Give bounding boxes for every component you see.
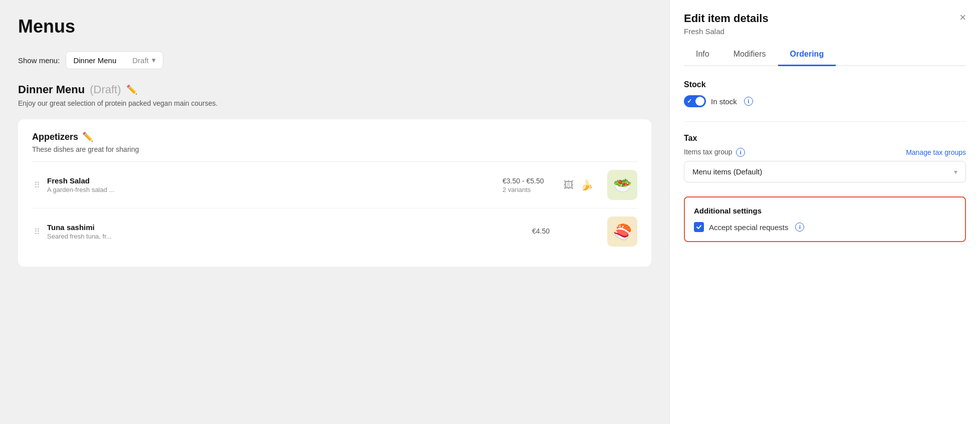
section-card: Appetizers ✏️ These dishes are great for…: [18, 119, 651, 267]
dinner-menu-title-row: Dinner Menu (Draft) ✏️: [18, 83, 651, 96]
toggle-row: ✓ In stock i: [684, 95, 966, 107]
in-stock-toggle[interactable]: ✓: [684, 95, 706, 107]
panel-divider: [684, 121, 966, 122]
selected-menu-name: Dinner Menu: [73, 56, 116, 65]
drag-handle-icon[interactable]: ⠿: [32, 180, 41, 190]
dinner-menu-title: Dinner Menu: [18, 83, 85, 96]
panel-header-top: Edit item details ×: [684, 12, 966, 25]
item-description: Seared fresh tuna, fr...: [47, 233, 526, 240]
item-info: Fresh Salad A garden-fresh salad ...: [47, 176, 497, 193]
chevron-down-icon: ▾: [954, 168, 957, 176]
show-menu-row: Show menu: Dinner Menu Draft ▾: [18, 51, 651, 69]
menu-item-row: ⠿ Tuna sashimi Seared fresh tuna, fr... …: [32, 208, 637, 255]
tab-modifiers[interactable]: Modifiers: [721, 44, 778, 66]
in-stock-label: In stock: [711, 97, 737, 106]
accept-special-requests-label: Accept special requests: [709, 223, 788, 232]
additional-settings-title: Additional settings: [694, 206, 956, 215]
right-panel: Edit item details × Fresh Salad Info Mod…: [669, 0, 980, 424]
dinner-menu-draft: (Draft): [90, 83, 121, 96]
chevron-down-icon: ▾: [152, 56, 156, 65]
show-menu-label: Show menu:: [18, 56, 60, 65]
in-stock-info-icon[interactable]: i: [744, 97, 753, 106]
special-requests-info-icon[interactable]: i: [795, 223, 804, 232]
item-price: €4.50: [532, 227, 587, 235]
tax-select[interactable]: Menu items (Default) ▾: [684, 161, 966, 182]
item-info: Tuna sashimi Seared fresh tuna, fr...: [47, 223, 526, 240]
tab-info[interactable]: Info: [684, 44, 721, 66]
checkmark-icon: [696, 224, 702, 230]
item-price: €3.50 - €5.50: [503, 177, 558, 185]
dinner-menu-header: Dinner Menu (Draft) ✏️ Enjoy our great s…: [18, 83, 651, 107]
item-image: 🍣: [607, 217, 637, 247]
stock-section-label: Stock: [684, 80, 966, 89]
draft-badge: Draft ▾: [132, 56, 156, 65]
no-image-icon[interactable]: 🖼: [564, 179, 574, 191]
close-button[interactable]: ×: [959, 11, 966, 24]
section-header-row: Appetizers ✏️: [32, 131, 637, 142]
dinner-menu-description: Enjoy our great selection of protein pac…: [18, 99, 651, 107]
panel-body: Stock ✓ In stock i Tax Items tax group i…: [670, 66, 980, 424]
item-price-block: €4.50: [532, 227, 587, 236]
item-name: Fresh Salad: [47, 176, 497, 185]
panel-title: Edit item details: [684, 12, 769, 25]
tax-section-label: Tax: [684, 134, 697, 143]
section-description: These dishes are great for sharing: [32, 145, 637, 153]
accept-special-requests-checkbox[interactable]: [694, 222, 704, 232]
item-variants: 2 variants: [503, 186, 558, 193]
item-name: Tuna sashimi: [47, 223, 526, 232]
additional-settings-box: Additional settings Accept special reque…: [684, 196, 966, 242]
panel-subtitle: Fresh Salad: [684, 27, 966, 36]
item-price-block: €3.50 - €5.50 2 variants: [503, 177, 558, 193]
menu-item-row: ⠿ Fresh Salad A garden-fresh salad ... €…: [32, 162, 637, 208]
item-image: 🥗: [607, 170, 637, 200]
panel-header: Edit item details × Fresh Salad Info Mod…: [670, 0, 980, 66]
tax-header-row: Tax: [684, 134, 966, 143]
menu-selector[interactable]: Dinner Menu Draft ▾: [66, 51, 163, 69]
item-description: A garden-fresh salad ...: [47, 186, 497, 193]
banana-icon[interactable]: 🍌: [581, 179, 593, 191]
items-tax-label: Items tax group i: [684, 148, 745, 157]
item-icons: 🖼 🍌: [564, 179, 593, 191]
edit-dinner-menu-icon[interactable]: ✏️: [126, 84, 137, 95]
tab-ordering[interactable]: Ordering: [778, 44, 836, 66]
left-panel: Menus Show menu: Dinner Menu Draft ▾ Din…: [0, 0, 669, 424]
checkbox-row: Accept special requests i: [694, 222, 956, 232]
tax-info-icon[interactable]: i: [736, 148, 745, 157]
edit-section-icon[interactable]: ✏️: [82, 131, 93, 142]
tabs-row: Info Modifiers Ordering: [684, 44, 966, 66]
drag-handle-icon[interactable]: ⠿: [32, 227, 41, 237]
tax-select-value: Menu items (Default): [692, 167, 762, 176]
page-title: Menus: [18, 16, 651, 37]
manage-tax-groups-link[interactable]: Manage tax groups: [906, 148, 966, 156]
section-title: Appetizers: [32, 132, 78, 142]
